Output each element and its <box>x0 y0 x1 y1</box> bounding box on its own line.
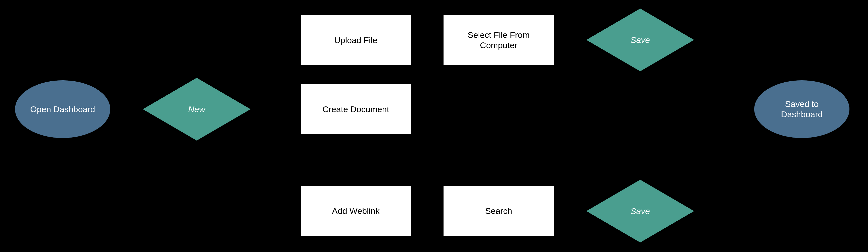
node-add-weblink: Add Weblink <box>301 186 411 236</box>
node-label: Upload File <box>334 35 377 46</box>
node-upload-file: Upload File <box>301 15 411 65</box>
node-label: Open Dashboard <box>30 104 95 114</box>
node-save-bottom: Save <box>586 180 694 243</box>
node-select-file: Select File From Computer <box>443 15 554 65</box>
node-search: Search <box>443 186 554 236</box>
node-open-dashboard: Open Dashboard <box>15 80 110 138</box>
node-label: Saved to Dashboard <box>754 99 849 119</box>
node-label: Select File From Computer <box>443 30 554 51</box>
node-label: Search <box>485 206 512 216</box>
node-label: Save <box>630 35 650 45</box>
node-label: Save <box>630 206 650 216</box>
node-label: Add Weblink <box>332 206 380 216</box>
node-save-top: Save <box>586 8 694 71</box>
node-new: New <box>143 78 251 141</box>
node-create-document: Create Document <box>301 84 411 134</box>
node-label: New <box>188 104 205 114</box>
node-label: Create Document <box>322 104 389 114</box>
node-saved-dashboard: Saved to Dashboard <box>754 80 849 138</box>
